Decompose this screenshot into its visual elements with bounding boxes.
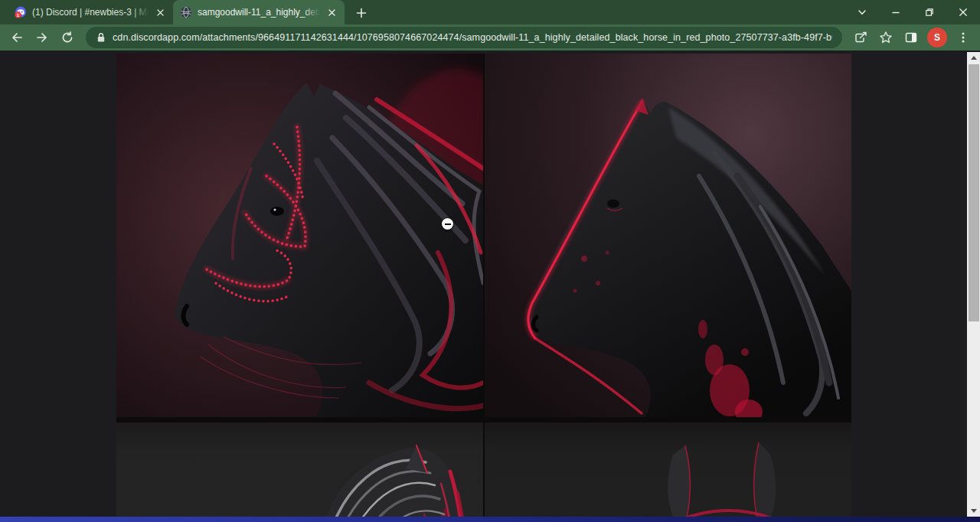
restore-button[interactable]	[913, 0, 946, 24]
bookmark-star-icon[interactable]	[874, 26, 897, 49]
zoom-out-cursor-icon	[442, 218, 453, 230]
tab-close-icon[interactable]	[154, 6, 166, 18]
browser-window: 1 (1) Discord | #newbies-3 | Midjou samg…	[0, 0, 980, 522]
menu-dots-icon[interactable]	[952, 26, 975, 49]
tab-close-icon[interactable]	[325, 6, 338, 18]
share-icon[interactable]	[849, 26, 872, 49]
horse-image-top-left[interactable]	[116, 54, 483, 417]
toolbar: cdn.discordapp.com/attachments/966491171…	[0, 24, 980, 51]
tab-title: samgoodwill-11_a_highly_detaile	[198, 7, 320, 18]
notification-badge: 1	[17, 12, 20, 18]
discord-favicon-icon: 1	[15, 6, 27, 18]
tab-search-chevron-icon[interactable]	[845, 0, 879, 24]
url-text: cdn.discordapp.com/attachments/966491171…	[113, 32, 832, 43]
page-content	[0, 51, 980, 517]
tab-discord[interactable]: 1 (1) Discord | #newbies-3 | Midjou	[8, 0, 173, 24]
globe-favicon-icon	[180, 6, 192, 18]
window-controls	[845, 0, 980, 24]
taskbar-edge	[0, 517, 980, 522]
side-panel-icon[interactable]	[900, 26, 923, 49]
tab-image[interactable]: samgoodwill-11_a_highly_detaile	[173, 0, 345, 24]
scrollbar-thumb[interactable]	[969, 64, 979, 321]
reload-button[interactable]	[56, 26, 79, 49]
new-tab-button[interactable]	[351, 2, 372, 24]
forward-button[interactable]	[31, 26, 54, 49]
horse-image-bottom-left[interactable]	[116, 422, 483, 517]
address-bar[interactable]: cdn.discordapp.com/attachments/966491171…	[86, 27, 842, 48]
horse-image-bottom-right[interactable]	[485, 422, 851, 517]
vertical-scrollbar[interactable]	[967, 52, 980, 517]
scrollbar-track[interactable]	[967, 64, 980, 505]
back-button[interactable]	[5, 26, 28, 49]
tab-title: (1) Discord | #newbies-3 | Midjou	[32, 7, 149, 18]
profile-avatar[interactable]: S	[927, 28, 947, 47]
horse-image-top-right[interactable]	[485, 54, 851, 417]
image-grid	[116, 54, 851, 517]
scrollbar-up-arrow[interactable]	[967, 52, 980, 64]
lock-icon	[96, 31, 106, 44]
scrollbar-down-arrow[interactable]	[967, 505, 980, 517]
tab-strip: 1 (1) Discord | #newbies-3 | Midjou samg…	[0, 0, 980, 24]
minimize-button[interactable]	[879, 0, 913, 24]
close-window-button[interactable]	[946, 0, 980, 24]
